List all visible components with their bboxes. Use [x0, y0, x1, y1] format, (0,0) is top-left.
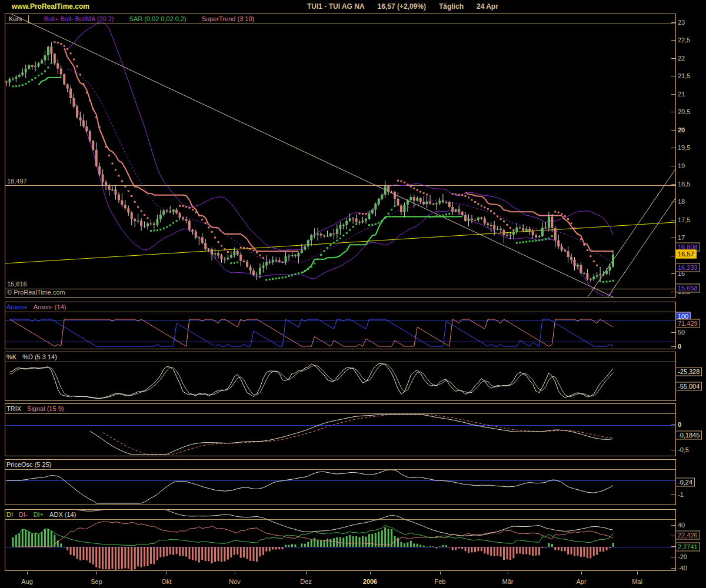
legend-separator [5, 312, 675, 312]
dmi-legend: DI DI- DI+ ADX (14) [6, 510, 91, 519]
stoch-k-label[interactable]: %K [6, 353, 16, 360]
month-label: Dez [300, 578, 312, 585]
header-bar: www.ProRealTime.com TUI1 - TUI AG NA 16,… [0, 0, 706, 13]
legend-separator [5, 469, 675, 470]
month-label: Okt [161, 578, 171, 585]
value-box-green: 2,2741 [675, 543, 700, 552]
value-box-white: -25,328 [675, 368, 702, 376]
priceosc-panel[interactable]: PriceOsc (5 25) [5, 459, 676, 505]
price-axis-label: 17 [678, 235, 685, 241]
time-axis-tick [96, 572, 97, 574]
di-minus-label[interactable]: DI- [19, 511, 28, 518]
price-axis-label: 16,5 [678, 253, 690, 259]
month-label: Mär [502, 578, 514, 585]
di-plus-label[interactable]: DI+ [34, 511, 44, 518]
title-group: TUI1 - TUI AG NA 16,57 (+2,09%) Täglich … [307, 2, 498, 11]
symbol-title: TUI1 - TUI AG NA [307, 2, 365, 11]
time-axis-tick [637, 572, 638, 574]
price-axis-label: 40 [678, 522, 685, 529]
watermark: © ProRealTime.com [7, 289, 65, 296]
legend-separator [5, 362, 675, 362]
priceosc-label[interactable]: PriceOsc (5 25) [6, 461, 51, 468]
time-axis-tick [370, 572, 371, 574]
price-axis-label: 20,5 [678, 109, 690, 115]
value-box-yellow: 16,57 [675, 250, 697, 259]
month-label: Feb [435, 578, 446, 585]
time-axis-tick [306, 572, 307, 574]
price-axis-label: -1 [678, 492, 684, 498]
price-axis-label: 20 [678, 533, 685, 539]
prorealtime-window: www.ProRealTime.com TUI1 - TUI AG NA 16,… [0, 0, 706, 588]
aroon-minus-label[interactable]: Aroon- (14) [34, 303, 66, 310]
price-axis-label: 22,5 [678, 37, 690, 44]
price-axis-label: 17,5 [678, 217, 690, 223]
kurs-tab[interactable]: Kurs [6, 15, 29, 23]
bollinger-legend-label[interactable]: Boll+ Boll- BollMA (20 2) [44, 15, 114, 22]
legend-separator [5, 24, 675, 24]
price-chart-canvas: 18,49715,616 [5, 14, 675, 297]
brand-link[interactable]: www.ProRealTime.com [12, 2, 89, 11]
price-chart-legend: Kurs Boll+ Boll- BollMA (20 2) SAR (0,02… [6, 15, 269, 23]
trix-signal-label[interactable]: Signal (15 9) [27, 405, 64, 412]
legend-separator [5, 519, 675, 520]
svg-text:15,616: 15,616 [7, 280, 27, 288]
price-axis-label: -40 [678, 565, 687, 572]
aroon-canvas [5, 302, 675, 349]
value-box-purple: 16,233 [675, 263, 700, 272]
price-chart-panel[interactable]: 18,49715,616 Kurs Boll+ Boll- BollMA (20… [5, 14, 676, 298]
price-axis-label: 16 [678, 270, 685, 277]
value-box-white: -0,1845 [675, 431, 702, 440]
time-axis: AugSepOktNovDez2006FebMärAprMai [5, 571, 676, 587]
value-box-white: -0,24 [675, 478, 695, 487]
time-axis-tick [581, 572, 582, 574]
trix-legend: TRIX Signal (15 9) [6, 405, 79, 413]
last-quote: 16,57 (+2,09%) [378, 2, 426, 11]
price-axis-label: 18 [678, 199, 685, 205]
supertrend-legend-label[interactable]: SuperTrend (3 10) [202, 15, 254, 22]
adx-label[interactable]: ADX (14) [49, 511, 76, 518]
price-axis-label: -20 [678, 554, 687, 560]
aroon-panel[interactable]: Aroon+ Aroon- (14) [5, 302, 676, 349]
svg-text:18,497: 18,497 [7, 178, 27, 185]
time-axis-tick [508, 572, 508, 574]
price-axis-label: 21 [678, 91, 685, 98]
price-axis-label: 20 [678, 127, 685, 133]
trix-label[interactable]: TRIX [6, 405, 21, 412]
value-box-salmon: 71,429 [675, 319, 700, 328]
aroon-legend: Aroon+ Aroon- (14) [6, 303, 81, 311]
month-label: Sep [91, 578, 102, 585]
priceosc-canvas [5, 460, 675, 505]
sar-legend-label[interactable]: SAR (0,02 0,02 0,2) [129, 15, 187, 22]
value-box-purple: 16,808 [675, 243, 700, 252]
stochastic-legend: %K %D (5 3 14) [6, 353, 72, 361]
time-axis-tick [440, 572, 441, 574]
stoch-d-label[interactable]: %D (5 3 14) [22, 353, 57, 360]
trix-panel[interactable]: TRIX Signal (15 9) [5, 403, 676, 456]
timeframe-label: Täglich [439, 2, 464, 11]
legend-separator [5, 413, 675, 414]
time-axis-tick [235, 572, 235, 574]
price-axis-label: 21,5 [678, 73, 690, 79]
priceosc-legend: PriceOsc (5 25) [6, 460, 66, 469]
time-axis-tick [27, 572, 28, 574]
stochastic-canvas [5, 352, 675, 400]
stochastic-panel[interactable]: %K %D (5 3 14) [5, 352, 676, 401]
price-axis-label: 22 [678, 55, 685, 62]
time-axis-tick [166, 572, 167, 574]
date-label: 24 Apr [477, 2, 498, 11]
price-axis-label: 0 [678, 543, 681, 550]
dmi-adx-panel[interactable]: DI DI- DI+ ADX (14) [5, 509, 676, 571]
month-label: Nov [229, 578, 241, 585]
aroon-plus-label[interactable]: Aroon+ [6, 303, 28, 310]
price-axis-label: 19,5 [678, 145, 690, 151]
value-box-blue: 100 [675, 312, 691, 321]
value-box-white: -55,004 [675, 382, 702, 391]
price-axis-label: 23 [678, 19, 685, 26]
trix-canvas [5, 404, 675, 456]
value-box-salmon: 22,426 [675, 531, 700, 540]
price-axis-label: 15,5 [678, 289, 690, 295]
di-label[interactable]: DI [6, 511, 13, 518]
price-axis-label: 0 [678, 343, 681, 350]
month-label: Aug [21, 578, 33, 585]
price-axis-label: 18,5 [678, 181, 690, 188]
